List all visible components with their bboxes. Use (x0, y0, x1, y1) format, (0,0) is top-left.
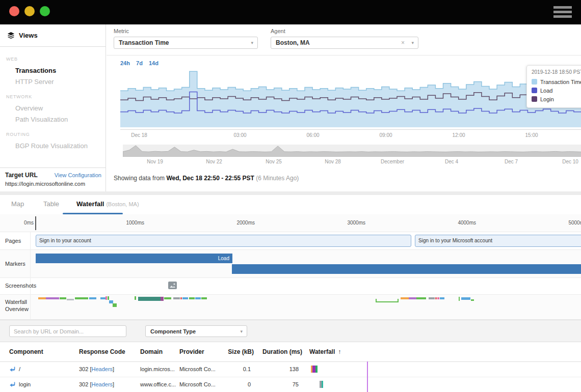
onload-marker-line (367, 361, 368, 392)
window-zoom-button[interactable] (40, 6, 50, 16)
range-14d[interactable]: 14d (149, 60, 159, 66)
screenshot-thumbnail-icon[interactable] (168, 282, 177, 289)
col-waterfall-sort[interactable]: Waterfall↑ (309, 348, 341, 355)
cell-component: login (19, 377, 31, 392)
target-url-label: Target URL (5, 172, 38, 179)
col-component: Component (9, 348, 43, 355)
section-divider (0, 191, 581, 195)
target-url-panel: Target URL View Configuration https://lo… (0, 167, 105, 191)
row-label-waterfall-overview: Waterfall Overview (5, 298, 32, 313)
tab-waterfall-agent: (Boston, MA) (106, 201, 139, 207)
table-row[interactable]: / 302 [Headers] login.micros... Microsof… (0, 361, 581, 377)
page-bar-sign-in[interactable]: Sign in to your account (36, 235, 411, 247)
metric-label: Metric (114, 28, 129, 34)
cell-response-code: 302 [Headers] (79, 361, 114, 377)
screenshots-row (0, 278, 581, 295)
cell-component: / (19, 361, 20, 377)
window-minimize-button[interactable] (24, 6, 35, 16)
cell-domain: login.micros... (140, 361, 175, 377)
table-header: Component Response Code Domain Provider … (0, 342, 581, 362)
cell-response-code: 302 [Headers] (79, 377, 114, 392)
views-sidebar: Views WEB Transactions HTTP Server NETWO… (0, 24, 106, 191)
metric-agent-controls: Metric Transaction Time ▾ Agent Boston, … (107, 24, 581, 55)
headers-link[interactable]: Headers (91, 381, 113, 387)
views-nav: WEB Transactions HTTP Server NETWORK Ove… (0, 50, 105, 152)
sort-ascending-icon: ↑ (338, 348, 341, 355)
waterfall-summary: 0ms1000ms2000ms3000ms4000ms5000ms Pages … (0, 214, 581, 320)
search-input[interactable] (9, 325, 126, 337)
clear-agent-icon[interactable]: × (401, 37, 405, 49)
row-label-markers: Markers (5, 260, 25, 267)
status-text: Showing data from Wed, Dec 18 22:50 - 22… (114, 175, 299, 182)
sidebar-item-transactions[interactable]: Transactions (15, 65, 105, 76)
views-header: Views (0, 24, 105, 47)
window-titlebar (0, 0, 581, 24)
agent-select[interactable]: Boston, MA × ▾ (271, 37, 418, 49)
history-navigator[interactable] (123, 145, 581, 157)
nav-section-network: NETWORK (6, 94, 105, 99)
nav-section-web: WEB (6, 57, 105, 62)
transaction-time-chart[interactable] (120, 70, 581, 127)
legend-swatch (532, 88, 537, 93)
metric-select[interactable]: Transaction Time ▾ (114, 37, 258, 49)
sidebar-item-bgp-route-visualization[interactable]: BGP Route Visualization (15, 141, 105, 152)
cell-duration: 75 (255, 377, 299, 392)
row-label-screenshots: Screenshots (5, 282, 36, 289)
legend-item-transaction-time: Transaction Time (532, 78, 581, 87)
top-panel: Views WEB Transactions HTTP Server NETWO… (0, 24, 581, 191)
cell-size: 0.1 (219, 361, 251, 377)
chevron-down-icon: ▾ (251, 37, 253, 49)
target-url-value: https://login.microsoftonline.com (5, 181, 85, 187)
sidebar-title: Views (19, 32, 38, 39)
row-label-pages: Pages (5, 237, 21, 244)
component-table: Component Response Code Domain Provider … (0, 342, 581, 392)
redirect-icon (9, 366, 16, 372)
col-domain: Domain (140, 348, 163, 355)
legend-swatch (532, 96, 537, 102)
page-bar-sign-in-microsoft[interactable]: Sign in to your Microsoft account (415, 235, 581, 247)
col-size: Size (kB) (224, 348, 254, 355)
timeline-region: Metric Transaction Time ▾ Agent Boston, … (107, 24, 581, 191)
cell-provider: Microsoft Co... (179, 377, 216, 392)
redirect-icon (9, 381, 16, 387)
legend-timestamp: 2019-12-18 18:50 PST (532, 69, 581, 75)
sidebar-item-http-server[interactable]: HTTP Server (15, 76, 105, 88)
sidebar-item-path-visualization[interactable]: Path Visualization (15, 114, 105, 125)
cell-domain: www.office.c... (140, 377, 176, 392)
component-type-value: Component Type (150, 328, 196, 334)
tab-map[interactable]: Map (11, 200, 24, 208)
cell-duration: 138 (255, 361, 299, 377)
legend-item-login: Login (532, 95, 581, 104)
view-configuration-link[interactable]: View Configuration (55, 172, 101, 178)
layers-icon (7, 32, 15, 39)
view-tabs: Map Table Waterfall(Boston, MA) (0, 195, 581, 215)
table-row[interactable]: login 302 [Headers] www.office.c... Micr… (0, 377, 581, 392)
menu-icon[interactable] (553, 6, 572, 18)
window-close-button[interactable] (9, 6, 19, 16)
legend-item-load: Load (532, 87, 581, 95)
col-provider: Provider (179, 348, 204, 355)
marker-bar-second[interactable] (232, 264, 581, 274)
chevron-down-icon: ▾ (240, 326, 243, 338)
headers-link[interactable]: Headers (91, 366, 113, 372)
agent-label: Agent (271, 28, 285, 34)
range-24h[interactable]: 24h (120, 60, 130, 66)
tab-table[interactable]: Table (43, 200, 59, 208)
filter-toolbar: Component Type ▾ (0, 320, 581, 342)
nav-section-routing: ROUTING (6, 132, 105, 137)
col-response-code: Response Code (79, 348, 125, 355)
timeline-header-row: 0ms1000ms2000ms3000ms4000ms5000ms (0, 214, 581, 232)
col-duration: Duration (ms) (255, 348, 302, 355)
time-range-links: 24h 7d 14d (120, 60, 163, 66)
tab-waterfall[interactable]: Waterfall(Boston, MA) (76, 200, 139, 208)
sidebar-item-overview[interactable]: Overview (15, 103, 105, 114)
waterfall-mini-bar (320, 381, 323, 388)
waterfall-mini-bar (311, 366, 318, 373)
agent-value: Boston, MA (276, 39, 310, 46)
legend-swatch (532, 79, 537, 85)
component-type-select[interactable]: Component Type ▾ (145, 325, 247, 337)
metric-value: Transaction Time (119, 39, 169, 46)
marker-bar-load[interactable]: Load (36, 254, 232, 263)
range-7d[interactable]: 7d (136, 60, 143, 66)
cell-provider: Microsoft Co... (179, 361, 216, 377)
